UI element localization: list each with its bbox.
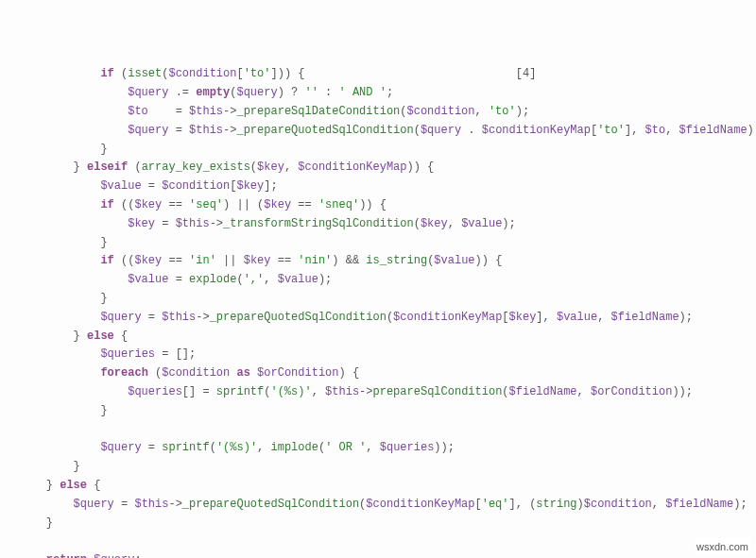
token-var: $key xyxy=(257,161,284,174)
token-op xyxy=(250,366,257,380)
token-var: $value xyxy=(557,311,597,324)
code-line xyxy=(19,421,737,440)
token-func: string xyxy=(536,498,576,511)
token-str: 'seq' xyxy=(189,198,223,211)
token-op: )); xyxy=(672,385,693,398)
token-op: (( xyxy=(114,254,135,267)
token-var: $this xyxy=(134,498,168,511)
token-op: ) ? xyxy=(278,86,305,99)
token-var: $query xyxy=(74,498,114,511)
token-op: ( xyxy=(400,105,406,118)
token-var: $value xyxy=(100,179,141,193)
token-op: , xyxy=(577,385,591,398)
token-op: , xyxy=(366,441,379,454)
token-op: == xyxy=(162,198,189,211)
token-var: $this xyxy=(176,217,210,230)
token-op: } xyxy=(100,143,107,156)
token-var: $key xyxy=(509,311,537,324)
token-op: ( xyxy=(128,161,141,174)
code-line: } elseif (array_key_exists($key, $condit… xyxy=(19,159,737,178)
token-op: ( xyxy=(414,217,421,230)
token-str: 'nin' xyxy=(298,254,332,267)
token-op: , xyxy=(264,273,277,286)
token-op: ( xyxy=(114,67,128,80)
token-op: ( xyxy=(236,273,243,286)
token-str: '' xyxy=(305,86,318,99)
token-op: = xyxy=(168,273,189,286)
token-note: [4] xyxy=(516,67,537,80)
token-op: ); xyxy=(747,124,756,137)
token-op: , xyxy=(284,161,298,174)
token-op: )); xyxy=(434,441,455,454)
token-op: , xyxy=(475,105,489,118)
token-var: $fieldName xyxy=(509,385,577,398)
token-op: ); xyxy=(733,498,747,511)
token-op: ])) { xyxy=(270,67,515,80)
token-kw: if xyxy=(100,67,113,80)
code-line: if (isset($condition['to'])) { [4] xyxy=(19,65,737,84)
token-var: $this xyxy=(189,124,223,137)
token-op: ( xyxy=(250,161,257,174)
token-str: 'to' xyxy=(244,67,271,80)
token-var: $condition xyxy=(162,366,230,380)
token-var: $orCondition xyxy=(591,385,672,398)
token-op: , xyxy=(652,498,665,511)
code-line: $value = $condition[$key]; xyxy=(19,178,737,196)
token-op: } xyxy=(74,161,87,174)
token-var: $query xyxy=(128,124,168,137)
token-kw: foreach xyxy=(100,366,147,380)
token-op: -> xyxy=(359,385,372,398)
token-op: -> xyxy=(223,124,236,137)
token-op: ], ( xyxy=(509,498,537,511)
token-func: explode xyxy=(189,273,236,286)
token-var: $conditionKeyMap xyxy=(366,498,474,511)
token-op: ( xyxy=(414,124,421,137)
code-line: $queries[] = sprintf('(%s)', $this->prep… xyxy=(19,383,737,402)
token-op: = xyxy=(148,105,189,118)
token-str: 'to' xyxy=(597,124,625,137)
token-var: $condition xyxy=(584,498,652,511)
token-func: _transformStringSqlCondition xyxy=(223,217,414,230)
token-str: 'to' xyxy=(489,105,516,118)
code-line: $query = sprintf('(%s)', implode(' OR ',… xyxy=(19,439,737,458)
token-var: $query xyxy=(94,553,134,558)
token-var: $key xyxy=(236,179,264,193)
token-var: $key xyxy=(244,254,271,267)
token-op: = xyxy=(142,179,163,193)
code-line: if (($key == 'seq') || ($key == 'sneq'))… xyxy=(19,196,737,215)
token-str: ' AND ' xyxy=(339,86,387,99)
token-op: [ xyxy=(475,498,482,511)
token-func: isset xyxy=(128,67,162,80)
token-var: $query xyxy=(100,441,141,454)
token-func: implode xyxy=(271,441,318,454)
token-op: . xyxy=(461,124,482,137)
code-line: $value = explode(',', $value); xyxy=(19,271,737,290)
token-var: $condition xyxy=(407,105,475,118)
token-var: $query xyxy=(421,124,461,137)
token-op: = xyxy=(168,124,189,137)
code-line xyxy=(19,533,737,551)
token-op: .= xyxy=(168,86,196,99)
token-func: _prepareQuotedSqlCondition xyxy=(182,498,359,511)
code-line: $queries = []; xyxy=(19,346,737,364)
code-line: $query .= empty($query) ? '' : ' AND '; xyxy=(19,84,737,103)
token-var: $value xyxy=(128,273,168,286)
code-line: } else { xyxy=(19,477,737,496)
token-func: prepareSqlCondition xyxy=(373,385,503,398)
token-str: '(%s)' xyxy=(270,385,311,398)
token-var: $this xyxy=(162,311,196,324)
token-kw: else xyxy=(87,330,114,343)
token-op: , xyxy=(257,441,270,454)
code-line: $query = $this->_prepareQuotedSqlConditi… xyxy=(19,496,737,515)
token-op: == xyxy=(291,198,318,211)
token-op: ); xyxy=(318,273,332,286)
token-var: $value xyxy=(434,254,474,267)
code-line: $query = $this->_prepareQuotedSqlConditi… xyxy=(19,122,737,141)
token-op: ) xyxy=(577,498,584,511)
token-str: '(%s)' xyxy=(216,441,257,454)
token-op: ]; xyxy=(264,179,277,193)
token-var: $query xyxy=(236,86,277,99)
token-op: } xyxy=(74,330,87,343)
token-func: sprintf xyxy=(162,441,209,454)
token-op: ( xyxy=(210,441,216,454)
